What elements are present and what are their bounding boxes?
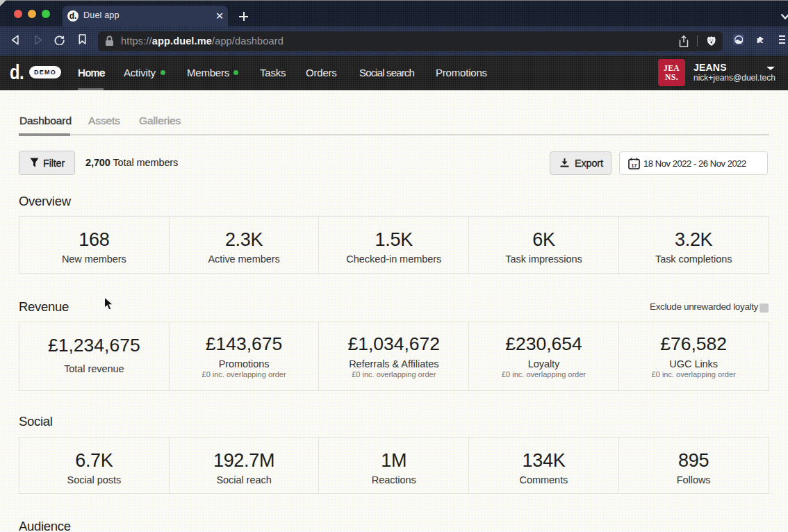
- svg-text:17: 17: [632, 163, 637, 168]
